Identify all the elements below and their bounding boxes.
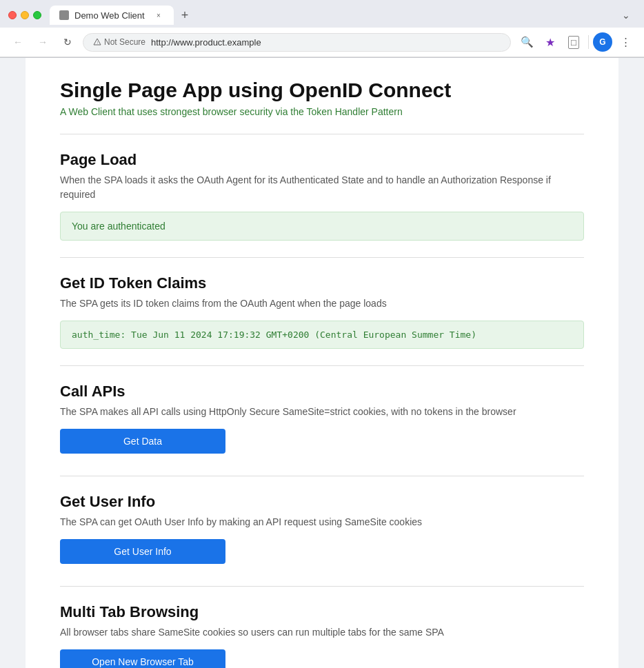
star-icon: ★	[545, 36, 555, 49]
menu-icon: ⋮	[621, 36, 631, 48]
section-title-page-load: Page Load	[60, 151, 584, 169]
svg-text:!: !	[97, 41, 98, 45]
menu-button[interactable]: ⋮	[615, 32, 636, 52]
section-title-multi-tab: Multi Tab Browsing	[60, 603, 584, 621]
get-data-button[interactable]: Get Data	[60, 429, 225, 454]
section-multi-tab: Multi Tab Browsing All browser tabs shar…	[60, 603, 584, 668]
page-title: Single Page App using OpenID Connect	[60, 79, 584, 102]
nav-icons: 🔍 ★ □ G ⋮	[516, 32, 636, 52]
section-title-id-token: Get ID Token Claims	[60, 274, 584, 292]
nav-bar: ← → ↻ ! Not Secure http://www.product.ex…	[0, 28, 644, 57]
section-desc-multi-tab: All browser tabs share SameSite cookies …	[60, 625, 584, 640]
section-page-load: Page Load When the SPA loads it asks the…	[60, 151, 584, 241]
section-divider-0	[60, 134, 584, 134]
auth-status-text: You are authenticated	[72, 221, 165, 232]
section-title-user-info: Get User Info	[60, 493, 584, 511]
nav-divider	[588, 35, 589, 49]
bookmark-button[interactable]: ★	[540, 32, 561, 52]
back-button[interactable]: ←	[8, 32, 28, 52]
search-button[interactable]: 🔍	[516, 32, 537, 52]
close-window-button[interactable]	[8, 11, 17, 19]
security-indicator: ! Not Secure	[93, 37, 145, 47]
extensions-icon: □	[568, 36, 579, 49]
minimize-window-button[interactable]	[21, 11, 29, 19]
section-id-token: Get ID Token Claims The SPA gets its ID …	[60, 274, 584, 349]
section-desc-id-token: The SPA gets its ID token claims from th…	[60, 296, 584, 311]
browser-chrome: Demo Web Client × + ⌄ ← → ↻ ! Not Secure…	[0, 0, 644, 58]
tab-title: Demo Web Client	[74, 10, 145, 21]
address-bar[interactable]: ! Not Secure http://www.product.example	[83, 33, 511, 52]
section-user-info: Get User Info The SPA can get OAuth User…	[60, 493, 584, 580]
url-text: http://www.product.example	[151, 37, 501, 48]
page-subtitle: A Web Client that uses strongest browser…	[60, 106, 584, 117]
new-tab-button[interactable]: +	[175, 6, 194, 25]
tab-dropdown-button[interactable]: ⌄	[616, 6, 636, 25]
section-call-apis: Call APIs The SPA makes all API calls us…	[60, 383, 584, 470]
section-divider-2	[60, 365, 584, 366]
section-divider-3	[60, 476, 584, 476]
section-desc-user-info: The SPA can get OAuth User Info by makin…	[60, 515, 584, 529]
tab-favicon	[59, 10, 69, 20]
user-avatar[interactable]: G	[593, 32, 612, 52]
auth-status-box: You are authenticated	[60, 212, 584, 241]
reload-button[interactable]: ↻	[58, 32, 77, 52]
active-tab[interactable]: Demo Web Client ×	[50, 6, 174, 25]
id-token-info-box: auth_time: Tue Jun 11 2024 17:19:32 GMT+…	[60, 321, 584, 349]
tab-close-button[interactable]: ×	[153, 10, 164, 21]
open-new-tab-button[interactable]: Open New Browser Tab	[60, 649, 225, 668]
page-content: Single Page App using OpenID Connect A W…	[26, 58, 618, 668]
not-secure-label: Not Secure	[104, 37, 145, 47]
extensions-button[interactable]: □	[563, 32, 584, 52]
tab-bar: Demo Web Client × + ⌄	[50, 6, 636, 25]
maximize-window-button[interactable]	[33, 11, 41, 19]
search-icon: 🔍	[521, 36, 534, 48]
title-bar: Demo Web Client × + ⌄	[0, 0, 644, 28]
traffic-lights	[8, 11, 41, 19]
section-title-call-apis: Call APIs	[60, 383, 584, 401]
id-token-info-text: auth_time: Tue Jun 11 2024 17:19:32 GMT+…	[72, 330, 476, 340]
get-user-info-button[interactable]: Get User Info	[60, 539, 225, 564]
forward-button[interactable]: →	[33, 32, 52, 52]
section-divider-1	[60, 257, 584, 258]
section-desc-page-load: When the SPA loads it asks the OAuth Age…	[60, 173, 584, 202]
section-divider-4	[60, 586, 584, 587]
section-desc-call-apis: The SPA makes all API calls using HttpOn…	[60, 405, 584, 419]
warning-icon: !	[93, 38, 101, 46]
